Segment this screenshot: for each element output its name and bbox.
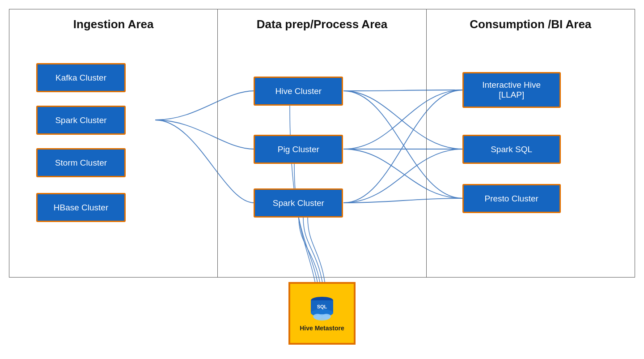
pig-cluster: Pig Cluster — [254, 135, 343, 164]
ingestion-title: Ingestion Area — [9, 9, 217, 36]
presto-cluster: Presto Cluster — [462, 184, 561, 213]
main-diagram: Ingestion Area Kafka Cluster Spark Clust… — [9, 9, 635, 278]
interactive-hive-cluster: Interactive Hive [LLAP] — [462, 72, 561, 108]
consumption-area: Consumption /BI Area Interactive Hive [L… — [427, 9, 635, 277]
hbase-cluster: HBase Cluster — [36, 193, 126, 222]
metastore-section: SQL Hive Metastore — [0, 282, 644, 345]
kafka-cluster: Kafka Cluster — [36, 63, 126, 92]
consumption-title: Consumption /BI Area — [427, 9, 635, 36]
svg-text:SQL: SQL — [317, 304, 327, 309]
dataprep-spark-cluster: Spark Cluster — [254, 188, 343, 218]
spark-sql-cluster: Spark SQL — [462, 135, 561, 164]
svg-point-5 — [313, 314, 322, 319]
hive-metastore-box: SQL Hive Metastore — [288, 282, 356, 345]
metastore-icon: SQL — [306, 295, 338, 321]
hive-cluster: Hive Cluster — [254, 77, 343, 106]
metastore-label: Hive Metastore — [300, 325, 344, 332]
storm-cluster: Storm Cluster — [36, 148, 126, 177]
dataprep-area: Data prep/Process Area Hive Cluster Pig … — [218, 9, 426, 277]
ingestion-area: Ingestion Area Kafka Cluster Spark Clust… — [9, 9, 218, 277]
dataprep-title: Data prep/Process Area — [218, 9, 426, 36]
ingestion-spark-cluster: Spark Cluster — [36, 106, 126, 135]
svg-point-6 — [322, 314, 331, 319]
